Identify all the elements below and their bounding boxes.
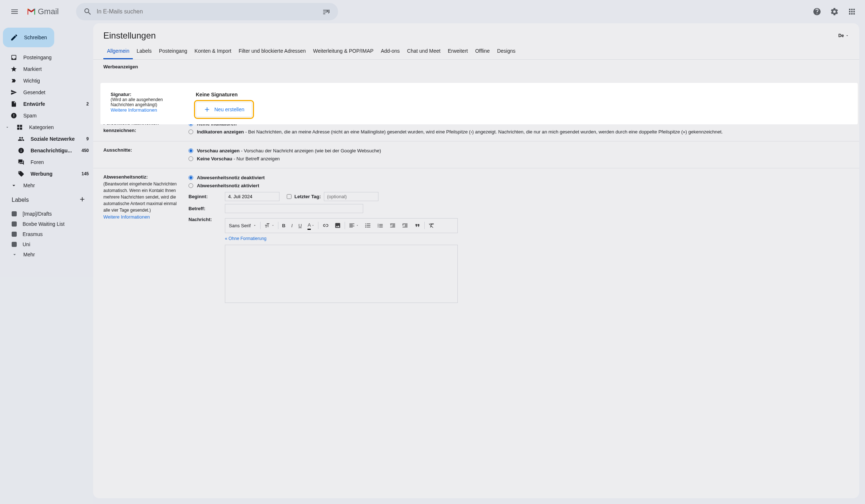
- bullet-list-button[interactable]: [374, 220, 386, 231]
- font-size-button[interactable]: [261, 220, 277, 231]
- nav-item-spam[interactable]: Spam: [3, 110, 93, 121]
- vacation-title: Abwesenheitsnotiz:: [103, 173, 180, 181]
- search-options-button[interactable]: [318, 7, 335, 16]
- nav-item-star[interactable]: Markiert: [3, 63, 93, 75]
- vacation-off-radio[interactable]: [189, 175, 193, 180]
- tab-posteingang[interactable]: Posteingang: [155, 44, 191, 59]
- gear-icon: [830, 7, 839, 16]
- nav-item-info[interactable]: Benachrichtigu...450: [3, 145, 93, 156]
- chevron-down-icon: [12, 252, 17, 257]
- people-icon: [17, 135, 25, 143]
- label-text: Erasmus: [23, 231, 43, 237]
- indent-more-icon: [402, 222, 408, 229]
- create-signature-label: Neu erstellen: [214, 107, 245, 112]
- labels-more[interactable]: Mehr: [3, 249, 93, 260]
- page-title: Einstellungen: [103, 31, 156, 41]
- main-menu-button[interactable]: [6, 3, 23, 20]
- tab-offline[interactable]: Offline: [472, 44, 493, 59]
- vacation-info-link[interactable]: Weitere Informationen: [103, 213, 180, 221]
- labels-header: Labels: [3, 191, 93, 209]
- vacation-subject-label: Betreff:: [189, 205, 218, 212]
- sidebar: Schreiben PosteingangMarkiertWichtigGese…: [0, 23, 93, 504]
- snippets-title: Ausschnitte:: [103, 147, 180, 154]
- vacation-message-box[interactable]: [225, 245, 458, 303]
- add-label-button[interactable]: [79, 196, 86, 204]
- tab-weiterleitung-pop-imap[interactable]: Weiterleitung & POP/IMAP: [309, 44, 377, 59]
- tab-filter-und-blockierte-adressen[interactable]: Filter und blockierte Adressen: [235, 44, 309, 59]
- vacation-end-checkbox[interactable]: [287, 194, 291, 199]
- language-selector[interactable]: De: [838, 33, 849, 38]
- bullet-list-icon: [377, 222, 384, 229]
- label-item[interactable]: [Imap]/Drafts: [3, 209, 93, 219]
- nav-label: Entwürfe: [23, 101, 45, 107]
- search-bar: [76, 3, 338, 20]
- label-swatch-icon: [12, 221, 17, 227]
- label-item[interactable]: Uni: [3, 239, 93, 249]
- gmail-logo[interactable]: Gmail: [26, 7, 59, 17]
- create-signature-button[interactable]: Neu erstellen: [196, 102, 252, 117]
- nav-item-categories[interactable]: Kategorien: [3, 121, 93, 133]
- quote-button[interactable]: [411, 220, 424, 231]
- clear-format-icon: [428, 222, 435, 229]
- label-swatch-icon: [12, 211, 17, 216]
- bold-icon: B: [282, 222, 285, 229]
- link-button[interactable]: [319, 220, 332, 231]
- tab-allgemein[interactable]: Allgemein: [103, 44, 133, 59]
- indent-more-button[interactable]: [399, 220, 411, 231]
- label-text: [Imap]/Drafts: [23, 211, 52, 217]
- underline-button[interactable]: U: [295, 220, 305, 232]
- nav-item-more[interactable]: Mehr: [3, 180, 93, 191]
- compose-button[interactable]: Schreiben: [3, 28, 54, 47]
- plain-text-link[interactable]: « Ohne Formatierung: [225, 235, 458, 242]
- font-family-select[interactable]: Sans Serif: [226, 221, 259, 231]
- text-color-button[interactable]: A: [305, 219, 317, 232]
- label-item[interactable]: Erasmus: [3, 229, 93, 239]
- nav-item-draft[interactable]: Entwürfe2: [3, 98, 93, 110]
- label-item[interactable]: Boxbe Waiting List: [3, 219, 93, 229]
- search-input[interactable]: [96, 8, 318, 15]
- labels-header-text: Labels: [12, 197, 29, 203]
- tab-erweitert[interactable]: Erweitert: [444, 44, 471, 59]
- nav-item-tag[interactable]: Werbung145: [3, 168, 93, 180]
- vacation-subject-input[interactable]: [225, 204, 363, 213]
- nav-item-forum[interactable]: Foren: [3, 156, 93, 168]
- tab-add-ons[interactable]: Add-ons: [377, 44, 403, 59]
- snippets-hide-radio[interactable]: [189, 156, 193, 161]
- vacation-end-input[interactable]: [324, 192, 378, 201]
- vacation-on-radio[interactable]: [189, 183, 193, 188]
- signature-subtitle: (Wird an alle ausgehenden Nachrichten an…: [111, 97, 187, 107]
- tab-labels[interactable]: Labels: [133, 44, 155, 59]
- vacation-section: Abwesenheitsnotiz: (Beantwortet eingehen…: [93, 168, 859, 311]
- settings-button[interactable]: [827, 4, 842, 19]
- vacation-start-input[interactable]: [225, 192, 279, 201]
- bold-button[interactable]: B: [279, 220, 288, 232]
- indicators-show-radio[interactable]: [189, 129, 193, 134]
- nav-label: Spam: [23, 113, 37, 119]
- nav-label: Werbung: [31, 171, 52, 177]
- info-icon: [17, 147, 25, 154]
- quote-icon: [414, 222, 421, 229]
- image-button[interactable]: [332, 220, 344, 231]
- indent-less-button[interactable]: [386, 220, 399, 231]
- signature-info-link[interactable]: Weitere Informationen: [111, 107, 187, 113]
- italic-button[interactable]: I: [288, 220, 295, 232]
- numbered-list-button[interactable]: [362, 220, 374, 231]
- align-button[interactable]: [346, 220, 362, 231]
- nav-item-send[interactable]: Gesendet: [3, 87, 93, 98]
- vacation-off-label: Abwesenheitsnotiz deaktiviert: [197, 175, 265, 180]
- important-icon: [10, 77, 17, 84]
- tab-chat-und-meet[interactable]: Chat und Meet: [404, 44, 444, 59]
- nav-item-inbox[interactable]: Posteingang: [3, 52, 93, 63]
- numbered-list-icon: [365, 222, 371, 229]
- tab-konten-import[interactable]: Konten & Import: [191, 44, 235, 59]
- tab-designs[interactable]: Designs: [493, 44, 519, 59]
- nav-item-important[interactable]: Wichtig: [3, 75, 93, 87]
- apps-grid-icon: [848, 7, 856, 16]
- snippets-show-radio[interactable]: [189, 148, 193, 153]
- rich-text-toolbar: Sans Serif B I U A: [225, 218, 458, 233]
- search-icon[interactable]: [79, 7, 96, 16]
- apps-button[interactable]: [845, 4, 859, 19]
- help-button[interactable]: [810, 4, 824, 19]
- nav-item-people[interactable]: Soziale Netzwerke9: [3, 133, 93, 145]
- clear-format-button[interactable]: [425, 220, 438, 231]
